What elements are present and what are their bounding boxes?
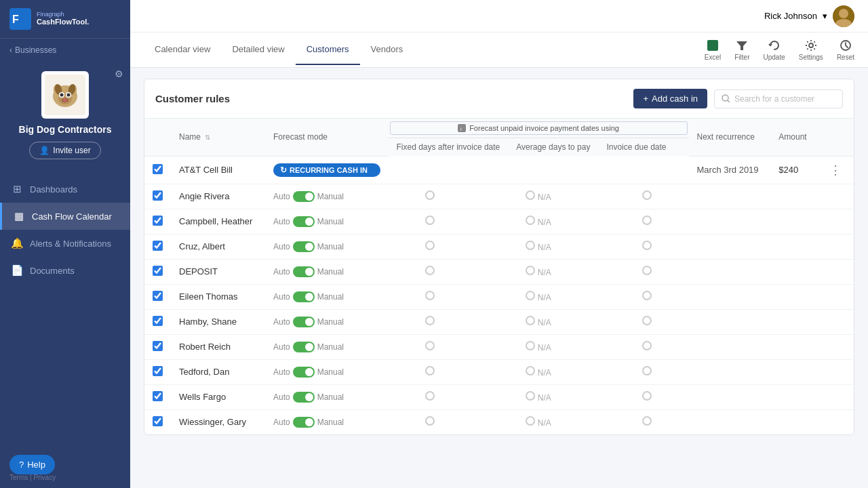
row-checkbox[interactable] xyxy=(153,366,163,376)
row-avg-days-cell: N/A xyxy=(471,409,606,434)
row-checkbox[interactable] xyxy=(153,341,163,351)
invoice-due-radio[interactable] xyxy=(642,216,652,225)
avg-days-radio[interactable] xyxy=(526,366,535,375)
forecast-mode-toggle[interactable] xyxy=(293,291,315,302)
table-row: Wiessinger, Gary Auto Manual N/A xyxy=(144,409,854,434)
row-more-cell xyxy=(817,309,854,334)
tab-customers[interactable]: Customers xyxy=(296,35,360,65)
sidebar-item-documents[interactable]: 📄 Documents xyxy=(0,257,130,284)
row-checkbox[interactable] xyxy=(153,291,163,301)
tab-detailed[interactable]: Detailed view xyxy=(221,35,295,65)
row-invoice-due-cell xyxy=(606,259,688,284)
row-checkbox-cell xyxy=(144,284,171,309)
row-avg-days-cell: N/A xyxy=(471,309,606,334)
row-invoice-due-cell xyxy=(606,184,688,209)
fixed-days-radio[interactable] xyxy=(425,216,435,225)
fixed-days-radio[interactable] xyxy=(425,366,435,375)
row-checkbox[interactable] xyxy=(153,241,163,251)
row-checkbox[interactable] xyxy=(153,216,163,226)
avg-days-radio[interactable] xyxy=(526,190,535,200)
fixed-days-radio[interactable] xyxy=(425,190,435,200)
invoice-due-radio[interactable] xyxy=(642,366,652,375)
settings-gear-icon[interactable]: ⚙ xyxy=(115,68,123,79)
invoice-due-radio[interactable] xyxy=(642,316,652,325)
invoice-due-radio[interactable] xyxy=(642,241,652,250)
filter-button[interactable]: Filter xyxy=(734,39,749,61)
excel-button[interactable]: X Excel xyxy=(705,39,721,61)
row-checkbox[interactable] xyxy=(153,266,163,276)
avg-days-radio[interactable] xyxy=(526,266,535,275)
sidebar-nav: ⊞ Dashboards ▦ Cash Flow Calendar 🔔 Aler… xyxy=(0,176,130,467)
tab-calendar[interactable]: Calendar view xyxy=(144,35,221,65)
row-more-cell xyxy=(817,384,854,409)
sidebar-item-label-alerts: Alerts & Notifications xyxy=(30,239,111,249)
table-row: Tedford, Dan Auto Manual N/A xyxy=(144,359,854,384)
row-fixed-days-cell xyxy=(389,234,471,259)
avg-days-radio[interactable] xyxy=(526,341,535,350)
row-checkbox[interactable] xyxy=(153,316,163,326)
more-options-button[interactable]: ⋮ xyxy=(825,162,846,178)
sidebar-item-cashflow[interactable]: ▦ Cash Flow Calendar xyxy=(0,203,130,230)
avg-days-radio[interactable] xyxy=(526,241,535,250)
reset-button[interactable]: Reset xyxy=(837,39,854,61)
invoice-due-radio[interactable] xyxy=(642,190,652,200)
settings-button[interactable]: Settings xyxy=(799,39,823,61)
forecast-mode-toggle[interactable] xyxy=(293,392,315,403)
row-checkbox-cell xyxy=(144,334,171,359)
forecast-mode-toggle[interactable] xyxy=(293,417,315,428)
sidebar: F Finagraph CashFlowTool. ‹ Businesses ⚙ xyxy=(0,0,130,488)
fixed-days-radio[interactable] xyxy=(425,316,435,325)
user-menu[interactable]: Rick Johnson ▾ xyxy=(764,5,854,27)
avg-days-radio[interactable] xyxy=(526,291,535,300)
forecast-mode-toggle[interactable] xyxy=(293,191,315,202)
avg-days-radio[interactable] xyxy=(526,316,535,325)
customer-search[interactable]: Search for a customer xyxy=(714,89,843,108)
invite-user-button[interactable]: 👤 Invite user xyxy=(29,142,100,159)
fixed-days-radio[interactable] xyxy=(425,291,435,300)
row-name-cell: Robert Reich xyxy=(171,334,265,359)
recurring-badge[interactable]: ↻ RECURRING CASH IN xyxy=(273,163,380,177)
row-forecast-mode-cell: Auto Manual xyxy=(265,284,389,309)
invoice-due-radio[interactable] xyxy=(642,391,652,401)
tab-vendors[interactable]: Vendors xyxy=(360,35,414,65)
invoice-due-radio[interactable] xyxy=(642,266,652,275)
fixed-days-radio[interactable] xyxy=(425,266,435,275)
invoice-due-radio[interactable] xyxy=(642,291,652,300)
back-to-businesses[interactable]: ‹ Businesses xyxy=(0,39,130,62)
row-checkbox[interactable] xyxy=(153,391,163,401)
row-checkbox[interactable] xyxy=(153,416,163,426)
forecast-mode-toggle[interactable] xyxy=(293,241,315,252)
row-next-recurrence-cell xyxy=(689,384,771,409)
fixed-days-radio[interactable] xyxy=(425,341,435,350)
user-plus-icon: 👤 xyxy=(39,146,50,155)
add-cash-in-button[interactable]: + Add cash in xyxy=(633,89,707,108)
company-section: ⚙ Big Dog Contractors 👤 xyxy=(0,62,130,169)
row-checkbox[interactable] xyxy=(153,164,163,174)
update-button[interactable]: Update xyxy=(763,39,785,61)
avg-days-radio[interactable] xyxy=(526,416,535,426)
forecast-mode-toggle[interactable] xyxy=(293,216,315,227)
sidebar-item-dashboards[interactable]: ⊞ Dashboards xyxy=(0,176,130,203)
row-avg-days-cell: N/A xyxy=(471,234,606,259)
company-logo xyxy=(41,71,89,119)
fixed-days-radio[interactable] xyxy=(425,416,435,426)
fixed-days-radio[interactable] xyxy=(425,391,435,401)
col-actions xyxy=(817,119,854,156)
avg-days-radio[interactable] xyxy=(526,391,535,401)
forecast-mode-toggle[interactable] xyxy=(293,317,315,327)
help-button[interactable]: ? Help xyxy=(9,455,55,474)
invoice-due-radio[interactable] xyxy=(642,416,652,426)
avg-days-radio[interactable] xyxy=(526,216,535,225)
fixed-days-radio[interactable] xyxy=(425,241,435,250)
row-checkbox[interactable] xyxy=(153,190,163,201)
forecast-mode-toggle[interactable] xyxy=(293,342,315,352)
invoice-due-radio[interactable] xyxy=(642,341,652,350)
col-next-recurrence: Next recurrence xyxy=(689,119,771,156)
forecast-mode-toggle[interactable] xyxy=(293,266,315,277)
sidebar-item-alerts[interactable]: 🔔 Alerts & Notifications xyxy=(0,230,130,257)
svg-point-23 xyxy=(722,95,728,101)
forecast-mode-toggle[interactable] xyxy=(293,367,315,378)
row-avg-days-cell: N/A xyxy=(471,259,606,284)
row-name-cell: Angie Rivera xyxy=(171,184,265,209)
row-more-cell: ⋮ xyxy=(817,156,854,184)
